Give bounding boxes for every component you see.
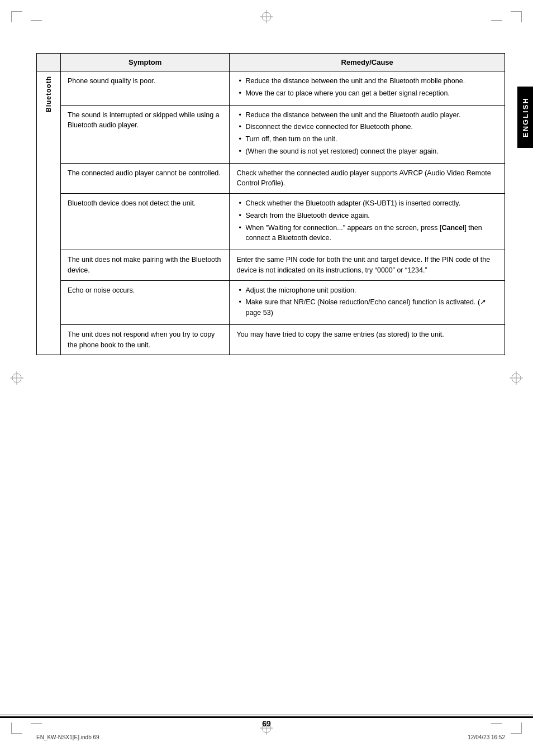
table-row: Bluetooth Phone sound quality is poor. R… bbox=[37, 71, 505, 106]
footer-rule-thin bbox=[0, 715, 533, 715]
list-item: Make sure that NR/EC (Noise reduction/Ec… bbox=[236, 297, 498, 318]
page: ENGLISH Symptom Remedy/Cause Bluetooth P… bbox=[0, 0, 533, 756]
remedy-cell: Reduce the distance between the unit and… bbox=[230, 105, 505, 163]
symptom-cell: The sound is interrupted or skipped whil… bbox=[61, 105, 230, 163]
list-item: Reduce the distance between the unit and… bbox=[236, 110, 498, 121]
english-tab: ENGLISH bbox=[517, 87, 533, 148]
symptom-cell: Echo or noise occurs. bbox=[61, 280, 230, 324]
list-item: Reduce the distance between the unit and… bbox=[236, 76, 498, 87]
crop-mark-bl bbox=[11, 722, 22, 734]
side-mark-tr bbox=[491, 20, 502, 21]
remedy-cell: You may have tried to copy the same entr… bbox=[230, 324, 505, 355]
footer-rule-thick bbox=[0, 716, 533, 718]
side-mark-bl bbox=[31, 723, 42, 724]
symptom-cell: The unit does not respond when you try t… bbox=[61, 324, 230, 355]
table-row: The unit does not respond when you try t… bbox=[37, 324, 505, 355]
side-mark-br bbox=[491, 723, 502, 724]
remedy-cell: Check whether the Bluetooth adapter (KS-… bbox=[230, 194, 505, 250]
list-item: Search from the Bluetooth device again. bbox=[236, 210, 498, 221]
remedy-cell: Reduce the distance between the unit and… bbox=[230, 71, 505, 106]
reg-mark-bottom bbox=[260, 721, 273, 736]
troubleshooting-table: Symptom Remedy/Cause Bluetooth Phone sou… bbox=[36, 53, 505, 355]
list-item: Turn off, then turn on the unit. bbox=[236, 134, 498, 145]
remedy-list: Adjust the microphone unit position. Mak… bbox=[236, 285, 498, 318]
symptom-cell: Phone sound quality is poor. bbox=[61, 71, 230, 106]
bluetooth-label: Bluetooth bbox=[44, 76, 54, 112]
list-item: Check whether the Bluetooth adapter (KS-… bbox=[236, 198, 498, 209]
bluetooth-label-cell: Bluetooth bbox=[37, 71, 61, 355]
remedy-cell: Enter the same PIN code for both the uni… bbox=[230, 250, 505, 281]
crop-mark-tl bbox=[11, 11, 22, 22]
remedy-cell: Adjust the microphone unit position. Mak… bbox=[230, 280, 505, 324]
remedy-list: Check whether the Bluetooth adapter (KS-… bbox=[236, 198, 498, 243]
table-row: The connected audio player cannot be con… bbox=[37, 163, 505, 194]
reg-mark-right bbox=[510, 371, 523, 385]
reg-mark-left bbox=[10, 371, 23, 385]
remedy-header: Remedy/Cause bbox=[230, 54, 505, 71]
table-row: The unit does not make pairing with the … bbox=[37, 250, 505, 281]
remedy-cell: Check whether the connected audio player… bbox=[230, 163, 505, 194]
list-item: Disconnect the device connected for Blue… bbox=[236, 122, 498, 132]
crop-mark-tr bbox=[511, 11, 522, 22]
list-item: Move the car to place where you can get … bbox=[236, 88, 498, 99]
footer-right-text: 12/04/23 16:52 bbox=[468, 734, 505, 740]
side-mark-tl bbox=[31, 20, 42, 21]
symptom-cell: The unit does not make pairing with the … bbox=[61, 250, 230, 281]
bluetooth-header-cell bbox=[37, 54, 61, 71]
symptom-header: Symptom bbox=[61, 54, 230, 71]
symptom-cell: Bluetooth device does not detect the uni… bbox=[61, 194, 230, 250]
table-row: Echo or noise occurs. Adjust the microph… bbox=[37, 280, 505, 324]
table-row: Bluetooth device does not detect the uni… bbox=[37, 194, 505, 250]
remedy-list: Reduce the distance between the unit and… bbox=[236, 110, 498, 157]
remedy-list: Reduce the distance between the unit and… bbox=[236, 76, 498, 99]
symptom-cell: The connected audio player cannot be con… bbox=[61, 163, 230, 194]
footer-left-text: EN_KW-NSX1[E].indb 69 bbox=[36, 734, 99, 740]
list-item: Adjust the microphone unit position. bbox=[236, 285, 498, 296]
main-content: Symptom Remedy/Cause Bluetooth Phone sou… bbox=[36, 53, 505, 711]
list-item: (When the sound is not yet restored) con… bbox=[236, 146, 498, 157]
reg-mark-top bbox=[260, 10, 273, 23]
list-item: When "Waiting for connection..." appears… bbox=[236, 223, 498, 244]
crop-mark-br bbox=[511, 722, 522, 734]
table-row: The sound is interrupted or skipped whil… bbox=[37, 105, 505, 163]
